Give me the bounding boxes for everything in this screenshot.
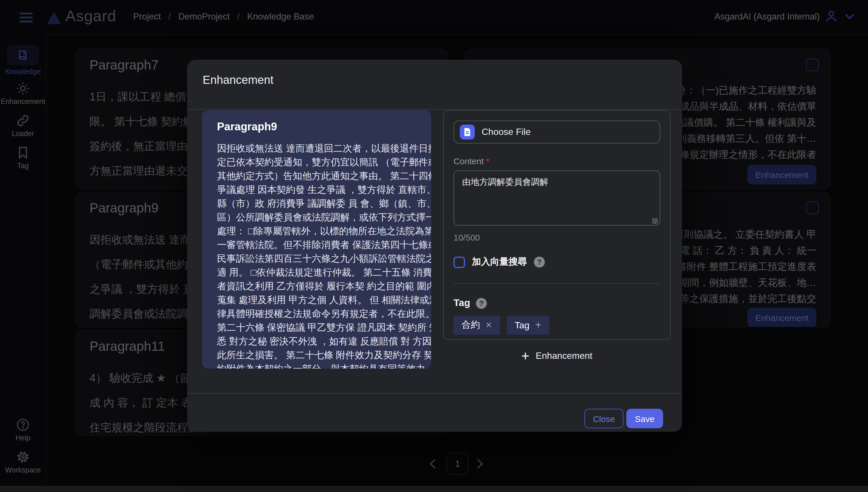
close-button[interactable]: Close	[585, 409, 623, 428]
char-counter: 10/500	[453, 232, 660, 242]
panel-line: 者資訊之利用 乙方僅得於 履行本契 約之目的範 圍內	[217, 279, 416, 293]
vector-search-label: 加入向量搜尋	[472, 256, 527, 268]
enhancement-modal: Enhancement Paragraph9 因拒收或無法送 達而遭退回二次者，…	[187, 60, 682, 432]
panel-line: 其他約定方式）告知他方此通知之事由。 第二十四條	[217, 169, 416, 182]
add-tag-label: Tag	[515, 320, 529, 330]
required-asterisk: *	[486, 156, 489, 166]
panel-line-clipped: 約附件為本契約之一部分，與本契約具有同等效力。	[217, 362, 416, 369]
add-enhancement-label: Enhancement	[536, 351, 592, 361]
panel-line: 爭議處理 因本契約發 生之爭議 ，雙方得於 直轄市、	[217, 182, 416, 196]
modal-footer-divider	[187, 393, 682, 394]
help-icon[interactable]: ?	[534, 256, 545, 268]
tag-section-label: Tag	[453, 297, 470, 309]
panel-line: 因拒收或無法送 達而遭退回二次者，以最後退件日推	[217, 141, 416, 155]
panel-line: 一審管轄法院。但不排除消費者 保護法第四十七條或	[217, 238, 416, 251]
enhancement-form: Choose File Content* 由地方調解委員會調解 10/500 加…	[443, 110, 671, 340]
section-divider	[453, 283, 660, 284]
save-button[interactable]: Save	[626, 409, 663, 428]
app-root: Asgard Project / DemoProject / Knowledge…	[0, 0, 868, 492]
panel-line: 定已依本契約受通知，雙方仍宜以簡訊 （電子郵件或	[217, 155, 416, 169]
panel-line: 此所生之損害。 第二十七條 附件效力及契約分存 契	[217, 348, 416, 362]
choose-file-button[interactable]: Choose File	[453, 121, 660, 144]
panel-line: 縣（市）政 府消費爭 議調解委 員 會、鄉（鎮、市、	[217, 196, 416, 210]
plus-icon: +	[521, 349, 529, 363]
vector-search-row: 加入向量搜尋 ?	[453, 256, 660, 268]
modal-header-divider	[187, 109, 682, 109]
content-label: Content*	[453, 156, 660, 166]
add-tag-plus-icon[interactable]: +	[535, 319, 541, 331]
tag-section-header: Tag ?	[453, 297, 660, 309]
panel-line: 律具體明確授權之法規命令另有規定者，不在此限。	[217, 306, 416, 320]
modal-title: Enhancement	[203, 73, 274, 87]
panel-line: 區）公所調解委員會或法院調解，或依下列方式擇一	[217, 210, 416, 224]
tag-chip-list: 合約 × Tag +	[453, 316, 660, 335]
panel-line: 悉 對方之秘 密決不外洩 ，如有違 反應賠償 對 方因	[217, 334, 416, 348]
add-enhancement-button[interactable]: + Enhancement	[443, 349, 671, 363]
panel-line: 適 用。 □依仲裁法規定進行仲裁。 第二十五條 消費	[217, 265, 416, 279]
content-textarea[interactable]: 由地方調解委員會調解	[453, 171, 660, 226]
panel-line: 蒐集 處理及利用 甲方之個 人資料。 但 相關法律或法	[217, 293, 416, 306]
panel-line: 處理： □除專屬管轄外，以標的物所在地之法院為第	[217, 224, 416, 238]
panel-title: Paragraph9	[217, 121, 416, 133]
tag-chip[interactable]: 合約 ×	[453, 316, 500, 335]
panel-line: 第二十六條 保密協議 甲乙雙方保 證凡因本 契約所 知	[217, 320, 416, 334]
vector-search-checkbox[interactable]	[453, 256, 465, 268]
add-tag-chip[interactable]: Tag +	[506, 316, 549, 335]
panel-line: 民事訴訟法第四百三十六條之九小額訴訟管轄法院之	[217, 251, 416, 265]
remove-tag-icon[interactable]: ×	[486, 319, 492, 331]
file-document-icon	[460, 125, 475, 140]
choose-file-label: Choose File	[482, 127, 531, 137]
panel-text: 因拒收或無法送 達而遭退回二次者，以最後退件日推 定已依本契約受通知，雙方仍宜以…	[217, 141, 416, 369]
textarea-resize-handle[interactable]	[652, 218, 658, 224]
source-paragraph-panel: Paragraph9 因拒收或無法送 達而遭退回二次者，以最後退件日推 定已依本…	[202, 110, 431, 369]
tag-chip-label: 合約	[462, 319, 480, 331]
help-icon[interactable]: ?	[476, 298, 487, 309]
